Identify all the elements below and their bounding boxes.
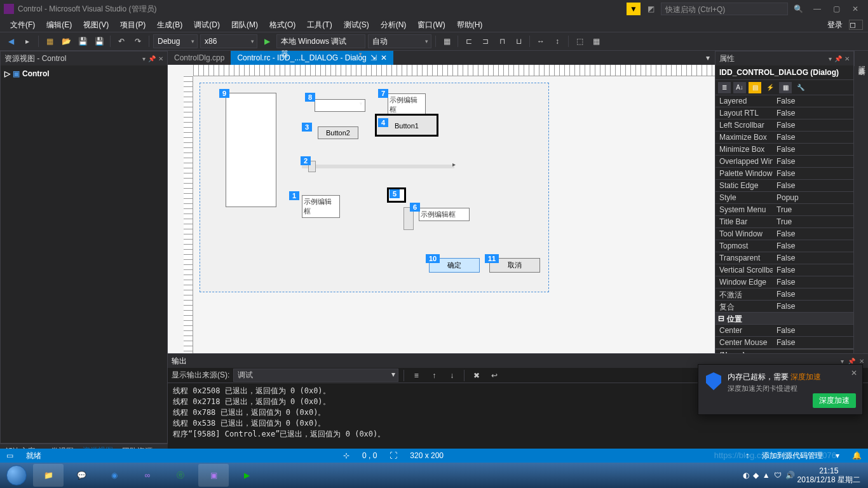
menu-help[interactable]: 帮助(H) <box>452 18 488 32</box>
align-bottom-icon[interactable]: ⊔ <box>512 34 526 48</box>
tray-icon[interactable]: ◐ <box>743 471 749 480</box>
menu-edit[interactable]: 编辑(E) <box>41 18 77 32</box>
redo-icon[interactable]: ↷ <box>131 34 145 48</box>
menu-file[interactable]: 文件(F) <box>5 18 40 32</box>
dist-h-icon[interactable]: ↔ <box>534 34 548 48</box>
output-wrap-icon[interactable]: ↩ <box>487 369 501 383</box>
listbox-control[interactable] <box>226 93 276 207</box>
panel-close-icon[interactable]: ✕ <box>158 55 163 62</box>
align-right-icon[interactable]: ⊐ <box>478 34 492 48</box>
prop-object-name[interactable]: IDD_CONTROL_DIALOG (Dialog) <box>715 65 853 80</box>
prop-category[interactable]: ⊟位置 <box>715 313 853 325</box>
prop-dropdown-icon[interactable]: ▾ <box>829 55 832 62</box>
minimize-button[interactable]: — <box>808 3 826 15</box>
notif-link[interactable]: 深度加速 <box>790 372 821 381</box>
expand-icon[interactable]: ▷ <box>4 69 10 78</box>
prop-row[interactable]: Layout RTLFalse <box>715 107 853 119</box>
status-bell-icon[interactable]: 🔔 <box>852 451 862 460</box>
tab-controldlg-cpp[interactable]: ControlDlg.cpp <box>168 51 231 65</box>
prop-row[interactable]: TopmostFalse <box>715 240 853 252</box>
output-clear-icon[interactable]: ✖ <box>470 369 484 383</box>
save-icon[interactable]: 💾 <box>76 34 90 48</box>
menu-debug[interactable]: 调试(D) <box>189 18 225 32</box>
prop-row[interactable]: TransparentFalse <box>715 252 853 264</box>
prop-row[interactable]: Minimize BoxFalse <box>715 144 853 156</box>
nav-fwd-icon[interactable]: ▸ <box>20 34 34 48</box>
prop-pin-icon[interactable]: 📌 <box>834 55 842 62</box>
output-pin-icon[interactable]: 📌 <box>848 358 855 365</box>
quick-launch-search-icon[interactable]: 🔍 <box>789 3 807 15</box>
prop-row[interactable]: System MenuTrue <box>715 204 853 216</box>
task-vs-purple[interactable]: ∞ <box>132 464 163 487</box>
menu-tools[interactable]: 工具(T) <box>302 18 337 32</box>
avatar-icon[interactable]: ◻ <box>849 20 863 30</box>
menu-team[interactable]: 团队(M) <box>226 18 263 32</box>
prop-row[interactable]: LayeredFalse <box>715 95 853 107</box>
edit-7[interactable]: 示例编辑框 <box>388 93 426 116</box>
nav-back-icon[interactable]: ◀ <box>4 34 18 48</box>
prop-row[interactable]: Static EdgeFalse <box>715 180 853 192</box>
task-explorer[interactable]: 📁 <box>33 464 64 487</box>
prop-row[interactable]: Title BarTrue <box>715 216 853 228</box>
prop-cat-icon[interactable]: ≣ <box>718 82 731 93</box>
notify-flag-icon[interactable]: ▼ <box>627 3 641 15</box>
undo-icon[interactable]: ↶ <box>114 34 128 48</box>
layout-icon[interactable]: ▦ <box>440 34 454 48</box>
output-dropdown-icon[interactable]: ▾ <box>841 358 844 365</box>
output-goto-icon[interactable]: ≡ <box>409 369 423 383</box>
task-wechat[interactable]: 💬 <box>66 464 97 487</box>
auto-combo[interactable]: 自动 <box>368 34 431 48</box>
task-ie[interactable]: ⓔ <box>165 464 196 487</box>
prop-row[interactable]: Palette WindowFalse <box>715 168 853 180</box>
task-iqiyi[interactable]: ▶ <box>231 464 262 487</box>
save-all-icon[interactable]: 💾 <box>92 34 106 48</box>
tray-icon[interactable]: 🔊 <box>785 471 795 480</box>
login-link[interactable]: 登录 <box>827 20 843 30</box>
prop-row[interactable]: Left ScrollbarFalse <box>715 119 853 132</box>
menu-view[interactable]: 视图(V) <box>78 18 114 32</box>
prop-events-icon[interactable]: ⚡ <box>764 82 776 93</box>
prop-row[interactable]: Window EdgeFalse <box>715 276 853 288</box>
maximize-button[interactable]: ▢ <box>827 3 845 15</box>
close-button[interactable]: ✕ <box>846 3 864 15</box>
tab-overflow-icon[interactable]: ▾ <box>701 51 715 65</box>
tab-control-rc-dialog[interactable]: Control.rc - IDD_...L_DIALOG - Dialog⇲✕ <box>231 51 393 65</box>
menu-project[interactable]: 项目(P) <box>115 18 151 32</box>
task-vs[interactable]: ▣ <box>198 464 229 487</box>
prop-row[interactable]: Tool WindowFalse <box>715 228 853 240</box>
button2[interactable]: Button2 <box>318 126 358 139</box>
prop-row[interactable]: 不激活False <box>715 288 853 301</box>
prop-close-icon[interactable]: ✕ <box>844 55 850 62</box>
prop-row[interactable]: 复合False <box>715 301 853 313</box>
side-tab-toolbox[interactable]: 工具箱 <box>854 51 868 58</box>
prop-az-icon[interactable]: A↓ <box>733 82 746 93</box>
tab-close-icon[interactable]: ✕ <box>381 53 387 62</box>
prop-msg-icon[interactable]: ▦ <box>779 82 792 93</box>
prop-row[interactable]: CenterFalse <box>715 325 853 337</box>
prop-row[interactable]: Vertical ScrollbarFalse <box>715 264 853 276</box>
config-combo[interactable]: Debug <box>153 34 198 48</box>
menu-test[interactable]: 测试(S) <box>339 18 374 32</box>
panel-pin-icon[interactable]: 📌 <box>148 55 156 62</box>
combo-control[interactable] <box>315 99 365 112</box>
output-source-combo[interactable]: 调试 <box>233 369 398 382</box>
menu-analyze[interactable]: 分析(N) <box>376 18 412 32</box>
prop-prop-icon[interactable]: ▤ <box>749 82 761 93</box>
menu-window[interactable]: 窗口(W) <box>412 18 450 32</box>
tree-root-control[interactable]: ▷ ▣ Control <box>3 68 165 79</box>
dialog-canvas[interactable]: 9 8 7 示例编辑框 4 Button1 3 Button2 2 1 示例编 <box>200 83 549 292</box>
quick-launch-input[interactable]: 快速启动 (Ctrl+Q) <box>661 3 788 15</box>
slider-h[interactable] <box>302 165 454 168</box>
debug-target-combo[interactable]: 本地 Windows 调试器 <box>276 34 365 48</box>
grid-icon[interactable]: ▦ <box>589 34 603 48</box>
output-next-icon[interactable]: ↓ <box>445 369 459 383</box>
align-top-icon[interactable]: ⊓ <box>495 34 509 48</box>
notif-close-icon[interactable]: ✕ <box>851 369 857 377</box>
platform-combo[interactable]: x86 <box>200 34 257 48</box>
output-close-icon[interactable]: ✕ <box>859 358 864 365</box>
panel-dropdown-icon[interactable]: ▾ <box>142 55 146 62</box>
feedback-icon[interactable]: ◩ <box>642 3 660 15</box>
tray-icon[interactable]: 🛡 <box>774 471 782 480</box>
taskbar-clock[interactable]: 21:15 2018/12/18 星期二 <box>797 466 865 485</box>
menu-build[interactable]: 生成(B) <box>152 18 187 32</box>
